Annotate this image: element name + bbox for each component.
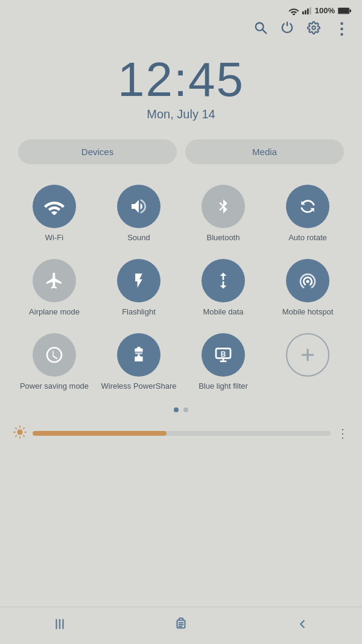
signal-icon [302, 7, 312, 15]
tile-bluetooth-label: Bluetooth [207, 233, 240, 243]
tile-mobiledata[interactable]: Mobile data [181, 253, 265, 327]
svg-rect-3 [310, 7, 311, 14]
tile-bluelight-circle: B [202, 333, 245, 377]
tile-autorotate-circle [286, 185, 329, 228]
power-icon[interactable] [281, 21, 294, 38]
tile-flashlight-label: Flashlight [122, 307, 156, 317]
tile-sound-circle [117, 185, 160, 228]
quick-tiles-grid: Wi-Fi Sound Bluetooth Auto rotate [0, 179, 362, 401]
time-section: 12:45 Mon, July 14 [0, 43, 362, 139]
svg-point-16 [17, 429, 22, 435]
tile-flashlight[interactable]: Flashlight [97, 253, 181, 327]
quick-actions-bar: ⋮ [0, 18, 362, 43]
tab-media[interactable]: Media [185, 139, 344, 164]
tile-mobiledata-label: Mobile data [203, 307, 243, 317]
battery-text: 100% [315, 6, 335, 15]
tile-bluetooth[interactable]: Bluetooth [181, 179, 265, 253]
tile-add[interactable] [265, 327, 350, 401]
brightness-more-icon[interactable]: ⋮ [337, 426, 349, 441]
svg-point-7 [256, 22, 264, 30]
tile-bluelight-label: Blue light filter [198, 381, 248, 392]
tile-wireless-label: Wireless PowerShare [101, 381, 177, 392]
tile-hotspot-circle [286, 259, 329, 302]
tile-add-circle [286, 333, 329, 377]
tile-sound-label: Sound [127, 233, 150, 243]
svg-line-19 [16, 428, 16, 429]
brightness-row: ⋮ [0, 422, 362, 448]
tile-bluetooth-circle [202, 185, 245, 228]
tab-devices[interactable]: Devices [18, 139, 177, 164]
tile-hotspot-label: Mobile hotspot [282, 307, 334, 317]
svg-point-9 [312, 26, 316, 30]
brightness-icon [13, 426, 27, 442]
tile-airplane[interactable]: Airplane mode [12, 253, 97, 327]
tile-powersave-circle [33, 333, 76, 377]
settings-icon[interactable] [307, 21, 320, 38]
date-display: Mon, July 14 [0, 107, 362, 121]
more-icon[interactable]: ⋮ [334, 20, 349, 39]
svg-rect-0 [302, 11, 304, 14]
svg-rect-5 [338, 8, 349, 13]
battery-icon [338, 7, 351, 14]
tile-wifi-label: Wi-Fi [45, 233, 63, 243]
brightness-fill [33, 431, 167, 436]
svg-rect-1 [305, 10, 306, 14]
tile-sound[interactable]: Sound [97, 179, 181, 253]
status-bar: 100% [0, 0, 362, 18]
tile-wireless-powershare[interactable]: Wireless PowerShare [97, 327, 181, 401]
tile-autorotate-label: Auto rotate [288, 233, 327, 243]
svg-rect-2 [307, 8, 309, 14]
tile-wifi-circle [33, 185, 76, 228]
clock-display: 12:45 [0, 56, 362, 104]
wifi-status-icon [288, 7, 299, 15]
bottom-nav [0, 607, 362, 644]
tile-hotspot[interactable]: Mobile hotspot [265, 253, 350, 327]
svg-line-23 [16, 436, 16, 436]
tile-airplane-circle [33, 259, 76, 302]
recent-apps-icon[interactable] [53, 617, 66, 634]
tab-row: Devices Media [0, 139, 362, 179]
tile-auto-rotate[interactable]: Auto rotate [265, 179, 350, 253]
tile-wifi[interactable]: Wi-Fi [12, 179, 97, 253]
tile-airplane-label: Airplane mode [29, 307, 80, 317]
svg-text:B: B [221, 349, 226, 358]
home-icon[interactable] [173, 616, 189, 636]
back-icon[interactable] [296, 617, 309, 634]
search-icon[interactable] [254, 21, 267, 38]
tile-bluelight[interactable]: B Blue light filter [181, 327, 265, 401]
dot-2 [183, 407, 188, 412]
svg-line-24 [24, 428, 24, 429]
tile-mobiledata-circle [202, 259, 245, 302]
brightness-bar[interactable] [33, 431, 331, 436]
tile-wireless-circle [117, 333, 160, 377]
tile-powersave-label: Power saving mode [20, 381, 89, 392]
tile-powersave[interactable]: Power saving mode [12, 327, 97, 401]
tile-flashlight-circle [117, 259, 160, 302]
pagination-dots [0, 401, 362, 422]
dot-1 [174, 407, 179, 412]
svg-line-20 [24, 436, 24, 436]
svg-line-8 [263, 30, 267, 33]
svg-rect-6 [350, 9, 351, 12]
